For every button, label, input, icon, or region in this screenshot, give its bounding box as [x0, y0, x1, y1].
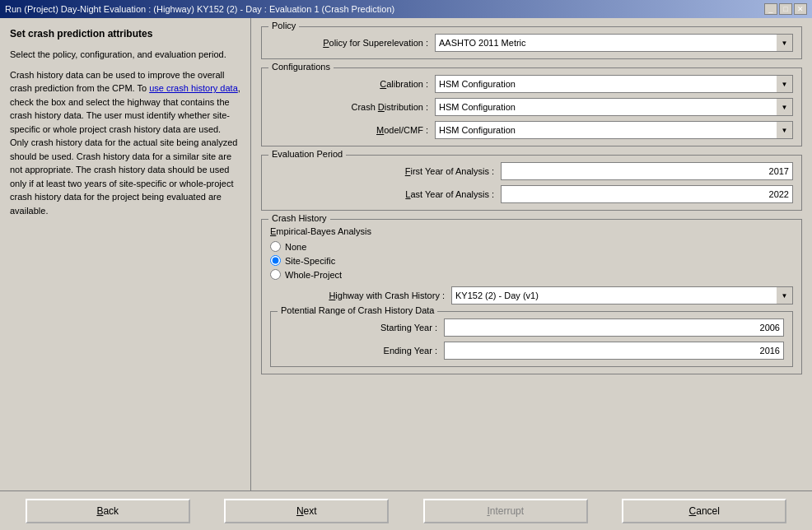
potential-range-label: Potential Range of Crash History Data — [278, 305, 437, 315]
title-bar: Run (Project) Day-Night Evaluation : (Hi… — [0, 0, 812, 18]
configurations-section-label: Configurations — [268, 62, 334, 72]
cancel-button[interactable]: Cancel — [622, 499, 786, 523]
right-panel: Policy Policy for Superelevation : AASHT… — [251, 18, 812, 490]
crash-history-link[interactable]: use crash history data — [149, 83, 238, 93]
policy-label: Policy for Superelevation : — [270, 38, 435, 48]
first-year-input[interactable] — [501, 162, 793, 180]
left-panel-para2: Crash history data can be used to improv… — [10, 68, 240, 218]
calibration-dropdown-wrapper: HSM Configuration ▼ — [435, 75, 793, 93]
bottom-bar: Back Next Interrupt Cancel — [0, 490, 812, 530]
radio-none-label: None — [285, 242, 306, 252]
radio-none: None — [270, 241, 793, 252]
radio-site-specific: Site-Specific — [270, 255, 793, 266]
ending-year-label: Ending Year : — [279, 346, 444, 356]
radio-whole-project-label: Whole-Project — [285, 270, 342, 280]
calibration-select[interactable]: HSM Configuration — [435, 75, 793, 93]
radio-site-specific-input[interactable] — [270, 255, 281, 266]
model-cmf-label: Model/CMF : — [270, 125, 435, 135]
model-cmf-row: Model/CMF : HSM Configuration ▼ — [270, 121, 793, 139]
ending-year-row: Ending Year : — [279, 342, 784, 360]
last-year-label: Last Year of Analysis : — [270, 189, 501, 199]
crash-distribution-row: Crash Distribution : HSM Configuration ▼ — [270, 98, 793, 116]
maximize-button[interactable]: □ — [779, 3, 792, 15]
starting-year-input[interactable] — [444, 318, 784, 337]
policy-superelevation-select[interactable]: AASHTO 2011 Metric — [435, 34, 793, 52]
left-panel-para1: Select the policy, configuration, and ev… — [10, 48, 240, 62]
last-year-row: Last Year of Analysis : — [270, 185, 793, 203]
next-button[interactable]: Next — [224, 499, 389, 523]
left-panel-heading: Set crash prediction attributes — [10, 28, 240, 40]
highway-crash-dropdown-wrapper: KY152 (2) - Day (v1) ▼ — [451, 286, 793, 305]
policy-section-label: Policy — [268, 21, 299, 30]
first-year-row: First Year of Analysis : — [270, 162, 793, 180]
model-cmf-select[interactable]: HSM Configuration — [435, 121, 793, 139]
model-cmf-dropdown-wrapper: HSM Configuration ▼ — [435, 121, 793, 139]
radio-none-input[interactable] — [270, 241, 281, 252]
title-bar-buttons: _ □ ✕ — [764, 3, 807, 15]
calibration-label: Calibration : — [270, 79, 435, 89]
last-year-input[interactable] — [501, 185, 793, 203]
minimize-button[interactable]: _ — [764, 3, 777, 15]
crash-history-section: Crash History Empirical-Bayes Analysis N… — [261, 219, 802, 374]
radio-site-specific-label: Site-Specific — [285, 256, 335, 266]
crash-distribution-dropdown-wrapper: HSM Configuration ▼ — [435, 98, 793, 116]
ending-year-input[interactable] — [444, 342, 784, 360]
evaluation-period-label: Evaluation Period — [268, 149, 346, 159]
left-panel: Set crash prediction attributes Select t… — [0, 18, 251, 490]
configurations-section: Configurations Calibration : HSM Configu… — [261, 67, 802, 146]
first-year-label: First Year of Analysis : — [270, 166, 501, 176]
crash-distribution-label: Crash Distribution : — [270, 102, 435, 112]
radio-whole-project: Whole-Project — [270, 269, 793, 280]
policy-section: Policy Policy for Superelevation : AASHT… — [261, 26, 802, 59]
back-button[interactable]: Back — [26, 499, 190, 523]
highway-crash-select[interactable]: KY152 (2) - Day (v1) — [451, 286, 793, 305]
interrupt-button[interactable]: Interrupt — [423, 499, 588, 523]
evaluation-period-section: Evaluation Period First Year of Analysis… — [261, 155, 802, 211]
close-button[interactable]: ✕ — [794, 3, 807, 15]
title-bar-text: Run (Project) Day-Night Evaluation : (Hi… — [5, 4, 394, 14]
policy-row: Policy for Superelevation : AASHTO 2011 … — [270, 34, 793, 52]
empirical-label: Empirical-Bayes Analysis — [270, 226, 793, 236]
potential-range-section: Potential Range of Crash History Data St… — [270, 311, 793, 367]
starting-year-label: Starting Year : — [279, 323, 444, 332]
crash-history-section-label: Crash History — [268, 213, 330, 223]
highway-crash-label: Highway with Crash History : — [270, 291, 451, 300]
policy-dropdown-wrapper: AASHTO 2011 Metric ▼ — [435, 34, 793, 52]
radio-whole-project-input[interactable] — [270, 269, 281, 280]
calibration-row: Calibration : HSM Configuration ▼ — [270, 75, 793, 93]
crash-distribution-select[interactable]: HSM Configuration — [435, 98, 793, 116]
starting-year-row: Starting Year : — [279, 318, 784, 337]
radio-group: None Site-Specific Whole-Project — [270, 241, 793, 280]
highway-crash-row: Highway with Crash History : KY152 (2) -… — [270, 286, 793, 305]
